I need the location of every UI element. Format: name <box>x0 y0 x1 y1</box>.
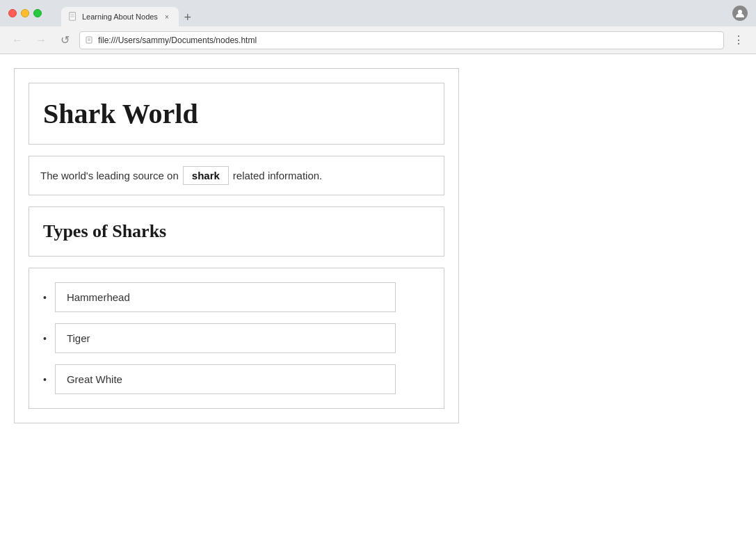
list-item: • Great White <box>43 364 430 394</box>
nav-bar: ← → ↺ file:///Users/sammy/Documents/node… <box>0 26 756 54</box>
browser-menu-button[interactable]: ⋮ <box>730 31 748 49</box>
bullet-3: • <box>43 374 47 385</box>
browser-frame: Learning About Nodes × + ← → ↺ <box>0 0 756 552</box>
new-tab-button[interactable]: + <box>179 8 197 26</box>
hammerhead-item: Hammerhead <box>55 282 396 312</box>
maximize-button[interactable] <box>33 9 42 17</box>
forward-button[interactable]: → <box>32 31 50 49</box>
site-title-box: Shark World <box>29 83 444 145</box>
browser-tab[interactable]: Learning About Nodes × <box>61 7 179 26</box>
section-title-box: Types of Sharks <box>29 206 444 257</box>
address-text: file:///Users/sammy/Documents/nodes.html <box>98 35 718 45</box>
back-button[interactable]: ← <box>8 31 26 49</box>
tagline-after: related information. <box>233 170 322 181</box>
minimize-button[interactable] <box>21 9 29 17</box>
bullet-1: • <box>43 292 47 303</box>
profile-area <box>732 6 748 21</box>
profile-icon[interactable] <box>732 6 748 21</box>
tab-close-button[interactable]: × <box>162 12 172 22</box>
section-title: Types of Sharks <box>43 221 430 242</box>
page-wrapper: Shark World The world's leading source o… <box>14 68 459 423</box>
tiger-label: Tiger <box>67 332 90 344</box>
tab-favicon-icon <box>68 12 78 22</box>
close-button[interactable] <box>8 9 17 17</box>
tiger-item: Tiger <box>55 323 396 353</box>
traffic-lights <box>8 9 42 17</box>
browser-content: Shark World The world's leading source o… <box>0 54 756 552</box>
address-bar[interactable]: file:///Users/sammy/Documents/nodes.html <box>79 31 724 49</box>
great-white-label: Great White <box>67 373 122 385</box>
great-white-item: Great White <box>55 364 396 394</box>
bullet-2: • <box>43 333 47 344</box>
tagline-box: The world's leading source on shark rela… <box>29 156 444 195</box>
list-item: • Hammerhead <box>43 282 430 312</box>
title-bar: Learning About Nodes × + <box>0 0 756 26</box>
reload-button[interactable]: ↺ <box>56 31 74 49</box>
shark-list-box: • Hammerhead • Tiger • Great White <box>29 268 444 409</box>
hammerhead-label: Hammerhead <box>67 291 130 303</box>
list-item: • Tiger <box>43 323 430 353</box>
tagline-before: The world's leading source on <box>40 170 179 181</box>
address-icon <box>86 35 94 45</box>
tagline-keyword: shark <box>183 166 229 185</box>
site-title: Shark World <box>43 97 430 130</box>
tab-title: Learning About Nodes <box>82 13 158 21</box>
